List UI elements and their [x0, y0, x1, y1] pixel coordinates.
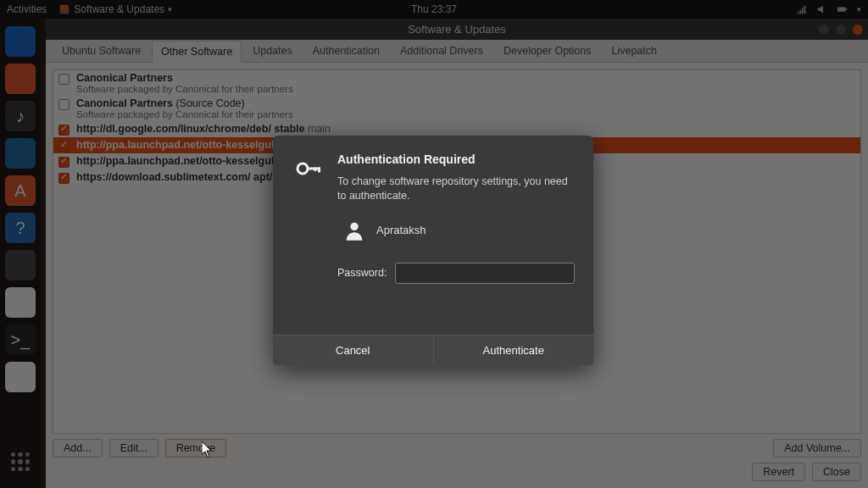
dock-ubuntu-software[interactable]: A	[3, 173, 38, 208]
thunderbird-icon	[5, 26, 36, 57]
close-window-button[interactable]: Close	[812, 463, 861, 481]
window-action-bar: Revert Close	[46, 463, 868, 488]
auth-title: Authentication Required	[337, 152, 575, 166]
dock-libreoffice-writer[interactable]	[3, 136, 38, 171]
app-menu-icon	[58, 3, 70, 15]
svg-rect-6	[314, 168, 317, 172]
tab-bar: Ubuntu SoftwareOther SoftwareUpdatesAuth…	[46, 40, 868, 63]
svg-rect-5	[318, 168, 320, 173]
edit-button[interactable]: Edit...	[109, 439, 159, 458]
repo-subtitle: Software packaged by Canonical for their…	[76, 84, 855, 94]
tab-additional-drivers[interactable]: Additional Drivers	[391, 40, 492, 62]
auth-dialog: Authentication Required To change softwa…	[273, 136, 593, 365]
ubuntu-software-icon: A	[5, 175, 36, 206]
auth-user-row: Aprataksh	[342, 219, 575, 242]
repo-title: Canonical Partners (Source Code)	[76, 97, 855, 109]
password-label: Password:	[337, 267, 387, 279]
dock-terminal[interactable]: >_	[3, 322, 38, 358]
repo-checkbox[interactable]	[58, 141, 70, 152]
app-menu[interactable]: Software & Updates ▾	[58, 3, 172, 15]
repo-title: http://dl.google.com/linux/chrome/deb/ s…	[76, 123, 855, 135]
rhythmbox-icon: ♪	[5, 101, 36, 131]
dock: ♪A?>_	[0, 19, 41, 488]
dock-files[interactable]	[3, 61, 38, 97]
dock-sublime-text[interactable]	[3, 247, 38, 283]
revert-button[interactable]: Revert	[752, 463, 805, 481]
dock-thunderbird[interactable]	[3, 24, 38, 59]
libreoffice-writer-icon	[5, 138, 36, 169]
sublime-text-icon	[5, 250, 36, 280]
repo-checkbox[interactable]	[58, 74, 70, 85]
top-panel: Activities Software & Updates ▾ Thu 23:3…	[0, 0, 868, 19]
tab-other-software[interactable]: Other Software	[152, 41, 242, 63]
dock-firefox[interactable]	[3, 359, 38, 395]
remove-button[interactable]: Remove	[165, 439, 227, 458]
files-icon	[5, 64, 36, 94]
password-input[interactable]	[395, 263, 575, 284]
repo-checkbox[interactable]	[58, 99, 70, 110]
svg-rect-0	[60, 5, 70, 14]
window-titlebar: Software & Updates	[46, 19, 868, 40]
system-menu-chevron-icon[interactable]: ▾	[857, 5, 861, 14]
user-icon	[342, 219, 366, 242]
cancel-button[interactable]: Cancel	[273, 336, 434, 365]
network-icon[interactable]	[796, 3, 808, 15]
close-button[interactable]	[853, 25, 863, 35]
repo-row[interactable]: Canonical Partners (Source Code)Software…	[53, 96, 860, 121]
chrome-icon	[5, 287, 36, 318]
clock[interactable]: Thu 23:37	[411, 3, 457, 15]
dock-rhythmbox[interactable]: ♪	[3, 98, 38, 134]
window-title: Software & Updates	[408, 23, 506, 36]
activities-button[interactable]: Activities	[7, 3, 47, 15]
dock-chrome[interactable]	[3, 285, 38, 320]
svg-rect-2	[846, 8, 848, 10]
show-applications-button[interactable]	[3, 444, 38, 480]
repo-checkbox[interactable]	[58, 157, 70, 168]
auth-username: Aprataksh	[376, 224, 426, 236]
maximize-button[interactable]	[836, 25, 846, 35]
repo-subtitle: Software packaged by Canonical for their…	[76, 109, 855, 119]
authenticate-button[interactable]: Authenticate	[434, 336, 594, 365]
repo-row[interactable]: Canonical PartnersSoftware packaged by C…	[53, 70, 860, 96]
svg-rect-1	[837, 7, 846, 11]
volume-icon[interactable]	[816, 3, 828, 15]
dock-help[interactable]: ?	[3, 210, 38, 246]
help-icon: ?	[5, 213, 36, 243]
tab-developer-options[interactable]: Developer Options	[494, 40, 601, 62]
key-icon	[292, 152, 324, 185]
list-action-bar: Add... Edit... Remove Add Volume...	[46, 434, 868, 463]
add-button[interactable]: Add...	[53, 439, 103, 458]
svg-point-7	[350, 222, 358, 230]
chevron-down-icon: ▾	[168, 5, 172, 14]
battery-icon[interactable]	[837, 3, 849, 15]
repo-checkbox[interactable]	[58, 125, 70, 136]
firefox-icon	[5, 362, 36, 392]
repo-title: Canonical Partners	[76, 72, 855, 84]
terminal-icon: >_	[5, 324, 36, 355]
tab-ubuntu-software[interactable]: Ubuntu Software	[53, 40, 150, 62]
auth-message: To change software repository settings, …	[337, 175, 575, 203]
minimize-button[interactable]	[819, 25, 829, 35]
tab-updates[interactable]: Updates	[243, 40, 302, 62]
tab-livepatch[interactable]: Livepatch	[602, 40, 666, 62]
repo-checkbox[interactable]	[58, 173, 70, 184]
add-volume-button[interactable]: Add Volume...	[773, 439, 861, 458]
tab-authentication[interactable]: Authentication	[303, 40, 389, 62]
svg-point-3	[298, 164, 308, 174]
